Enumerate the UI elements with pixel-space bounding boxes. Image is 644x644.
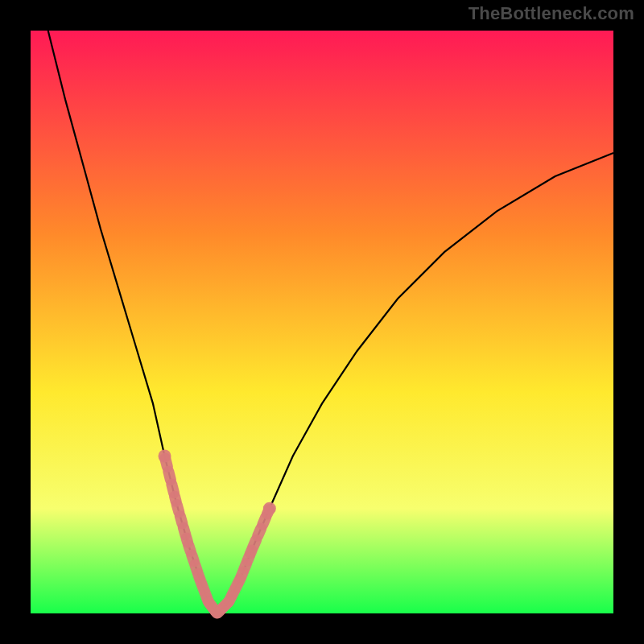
dot-segment (258, 529, 261, 536)
dot-endpoint (263, 502, 276, 515)
dot-segment (168, 472, 171, 480)
dot-segment (253, 540, 256, 547)
watermark-text: TheBottleneck.com (469, 3, 634, 24)
dot-endpoint (159, 450, 171, 463)
chart-stage: TheBottleneck.com (0, 0, 644, 644)
plot-area (31, 31, 613, 613)
bottleneck-chart (0, 0, 644, 644)
